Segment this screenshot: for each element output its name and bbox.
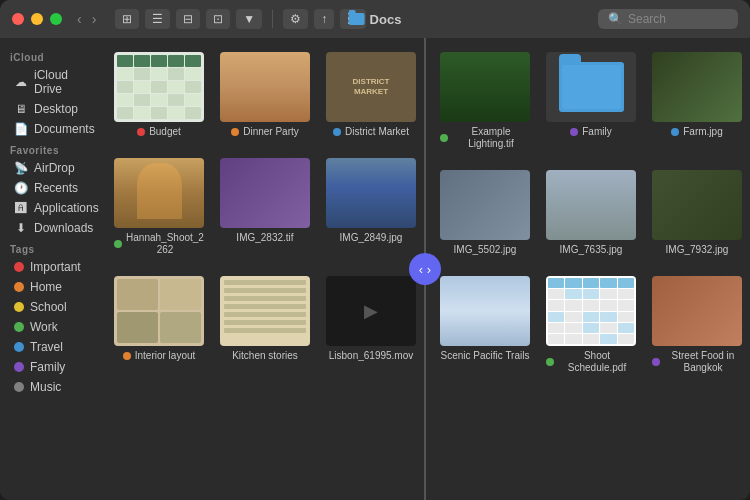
file-name-label: IMG_5502.jpg bbox=[454, 244, 517, 256]
file-item-shoot-schedule[interactable]: Shoot Schedule.pdf bbox=[542, 272, 640, 378]
file-name-row: Hannah_Shoot_2262 bbox=[114, 232, 204, 256]
finder-window: ‹ › ⊞ ☰ ⊟ ⊡ ▼ ⚙ ↑ ⛓ Docs 🔍 Search iCloud bbox=[0, 0, 750, 500]
tag-dot bbox=[14, 322, 24, 332]
file-item-img-7932[interactable]: IMG_7932.jpg bbox=[648, 166, 746, 260]
clock-icon: 🕐 bbox=[14, 181, 28, 195]
file-name-label: Budget bbox=[149, 126, 181, 138]
file-item-dinner-party[interactable]: Dinner Party bbox=[216, 48, 314, 142]
file-name-label: Interior layout bbox=[135, 350, 196, 362]
sidebar-item-tag-work[interactable]: Work bbox=[4, 317, 96, 337]
file-item-interior-layout[interactable]: Interior layout bbox=[110, 272, 208, 366]
sidebar-item-label: Documents bbox=[34, 122, 95, 136]
minimize-button[interactable] bbox=[31, 13, 43, 25]
sidebar-item-downloads[interactable]: ⬇ Downloads bbox=[4, 218, 96, 238]
file-thumbnail: DISTRICTMARKET bbox=[326, 52, 416, 122]
sidebar-item-desktop[interactable]: 🖥 Desktop bbox=[4, 99, 96, 119]
file-name-row: IMG_2849.jpg bbox=[340, 232, 403, 244]
nav-arrows: ‹ › bbox=[74, 11, 99, 27]
file-item-district[interactable]: DISTRICTMARKETDistrict Market bbox=[322, 48, 420, 142]
file-name-row: IMG_7635.jpg bbox=[560, 244, 623, 256]
sidebar-item-recents[interactable]: 🕐 Recents bbox=[4, 178, 96, 198]
file-tag-dot bbox=[231, 128, 239, 136]
sidebar-item-tag-music[interactable]: Music bbox=[4, 377, 96, 397]
file-name-row: Scenic Pacific Trails bbox=[441, 350, 530, 362]
forward-button[interactable]: › bbox=[89, 11, 100, 27]
documents-icon: 📄 bbox=[14, 122, 28, 136]
file-name-row: IMG_2832.tif bbox=[236, 232, 293, 244]
tag-dot bbox=[14, 342, 24, 352]
file-name-label: IMG_7635.jpg bbox=[560, 244, 623, 256]
file-tag-dot bbox=[137, 128, 145, 136]
tag-label: Family bbox=[30, 360, 65, 374]
file-thumbnail bbox=[220, 158, 310, 228]
grid-view-button[interactable]: ⊞ bbox=[115, 9, 139, 29]
file-item-family-folder[interactable]: Family bbox=[542, 48, 640, 154]
file-item-farm-jpg[interactable]: Farm.jpg bbox=[648, 48, 746, 154]
list-view-button[interactable]: ☰ bbox=[145, 9, 170, 29]
file-thumbnail bbox=[652, 276, 742, 346]
file-tag-dot bbox=[333, 128, 341, 136]
file-item-img-2849[interactable]: IMG_2849.jpg bbox=[322, 154, 420, 260]
search-box[interactable]: 🔍 Search bbox=[598, 9, 738, 29]
sidebar-item-tag-family[interactable]: Family bbox=[4, 357, 96, 377]
file-thumbnail bbox=[114, 52, 204, 122]
close-button[interactable] bbox=[12, 13, 24, 25]
pane-divider: ‹ › bbox=[424, 38, 426, 500]
tag-dot bbox=[14, 302, 24, 312]
file-name-row: Lisbon_61995.mov bbox=[329, 350, 414, 362]
action-button[interactable]: ⚙ bbox=[283, 9, 308, 29]
file-item-hannah-shoot[interactable]: Hannah_Shoot_2262 bbox=[110, 154, 208, 260]
file-name-label: Lisbon_61995.mov bbox=[329, 350, 414, 362]
file-tag-dot bbox=[546, 358, 554, 366]
sidebar-item-tag-important[interactable]: Important bbox=[4, 257, 96, 277]
back-button[interactable]: ‹ bbox=[74, 11, 85, 27]
sidebar-item-label: iCloud Drive bbox=[34, 68, 86, 96]
file-name-label: Hannah_Shoot_2262 bbox=[126, 232, 204, 256]
titlebar: ‹ › ⊞ ☰ ⊟ ⊡ ▼ ⚙ ↑ ⛓ Docs 🔍 Search bbox=[0, 0, 750, 38]
folder-icon bbox=[349, 13, 365, 25]
file-thumbnail bbox=[220, 276, 310, 346]
file-item-img-2832[interactable]: IMG_2832.tif bbox=[216, 154, 314, 260]
file-item-example-lighting[interactable]: Example Lighting.tif bbox=[436, 48, 534, 154]
icloud-section-label: iCloud bbox=[0, 46, 100, 65]
file-item-lisbon-mov[interactable]: ▶Lisbon_61995.mov bbox=[322, 272, 420, 366]
sidebar-item-airdrop[interactable]: 📡 AirDrop bbox=[4, 158, 96, 178]
file-name-row: Interior layout bbox=[123, 350, 196, 362]
window-title: Docs bbox=[349, 12, 402, 27]
sidebar-item-icloud-drive[interactable]: ☁ iCloud Drive bbox=[4, 65, 96, 99]
file-name-row: IMG_7932.jpg bbox=[666, 244, 729, 256]
tags-list: Important Home School Work Travel Family… bbox=[0, 257, 100, 397]
file-item-scenic-pacific[interactable]: Scenic Pacific Trails bbox=[436, 272, 534, 378]
sidebar-item-tag-home[interactable]: Home bbox=[4, 277, 96, 297]
sidebar-item-documents[interactable]: 📄 Documents bbox=[4, 119, 96, 139]
sidebar-item-tag-school[interactable]: School bbox=[4, 297, 96, 317]
columns-view-button[interactable]: ⊟ bbox=[176, 9, 200, 29]
view-more-button[interactable]: ▼ bbox=[236, 9, 262, 29]
cloud-icon: ☁ bbox=[14, 75, 28, 89]
file-item-street-food[interactable]: Street Food in Bangkok bbox=[648, 272, 746, 378]
sidebar-item-applications[interactable]: 🅰 Applications bbox=[4, 198, 96, 218]
divider-arrow-button[interactable]: ‹ › bbox=[409, 253, 441, 285]
main-area: iCloud ☁ iCloud Drive 🖥 Desktop 📄 Docume… bbox=[0, 38, 750, 500]
file-name-row: Example Lighting.tif bbox=[440, 126, 530, 150]
sidebar-item-tag-travel[interactable]: Travel bbox=[4, 337, 96, 357]
file-item-kitchen-stories[interactable]: Kitchen stories bbox=[216, 272, 314, 366]
left-file-pane[interactable]: BudgetDinner PartyDISTRICTMARKETDistrict… bbox=[100, 38, 424, 500]
share-button[interactable]: ↑ bbox=[314, 9, 334, 29]
gallery-view-button[interactable]: ⊡ bbox=[206, 9, 230, 29]
file-item-img-5502[interactable]: IMG_5502.jpg bbox=[436, 166, 534, 260]
traffic-lights bbox=[12, 13, 62, 25]
file-name-label: Street Food in Bangkok bbox=[664, 350, 742, 374]
file-item-budget[interactable]: Budget bbox=[110, 48, 208, 142]
search-icon: 🔍 bbox=[608, 12, 623, 26]
tag-dot bbox=[14, 382, 24, 392]
file-tag-dot bbox=[123, 352, 131, 360]
file-name-row: Budget bbox=[137, 126, 181, 138]
right-file-pane[interactable]: Example Lighting.tif FamilyFarm.jpgIMG_5… bbox=[426, 38, 750, 500]
fullscreen-button[interactable] bbox=[50, 13, 62, 25]
file-tag-dot bbox=[114, 240, 122, 248]
file-name-row: District Market bbox=[333, 126, 409, 138]
file-name-label: Farm.jpg bbox=[683, 126, 722, 138]
file-name-label: Shoot Schedule.pdf bbox=[558, 350, 636, 374]
file-item-img-7635[interactable]: IMG_7635.jpg bbox=[542, 166, 640, 260]
